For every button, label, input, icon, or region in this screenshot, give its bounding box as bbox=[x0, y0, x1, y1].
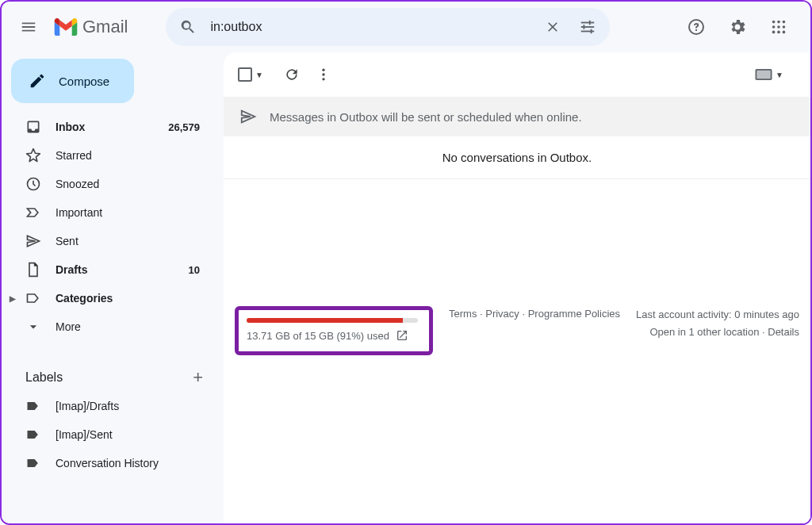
labels-header: Labels + bbox=[8, 363, 214, 392]
svg-rect-0 bbox=[581, 22, 595, 24]
activity-info: Last account activity: 0 minutes ago Ope… bbox=[636, 306, 799, 341]
tune-icon bbox=[579, 18, 596, 36]
select-all-button[interactable]: ▼ bbox=[238, 67, 263, 82]
nav-label: Sent bbox=[56, 235, 200, 247]
svg-point-14 bbox=[783, 31, 786, 34]
terms-link[interactable]: Terms bbox=[449, 308, 477, 320]
svg-point-17 bbox=[322, 73, 324, 75]
send-icon bbox=[25, 233, 41, 249]
apps-grid-icon bbox=[770, 18, 787, 36]
chevron-down-icon bbox=[25, 319, 41, 335]
label-icon bbox=[25, 398, 41, 414]
send-icon bbox=[239, 108, 257, 125]
storage-text: 13.71 GB of 15 GB (91%) used bbox=[247, 330, 389, 342]
svg-rect-5 bbox=[591, 29, 592, 34]
nav-label: Important bbox=[56, 206, 200, 219]
svg-point-16 bbox=[322, 69, 324, 71]
inbox-icon bbox=[25, 119, 41, 135]
caret-down-icon: ▼ bbox=[255, 71, 263, 79]
nav-sent[interactable]: Sent bbox=[8, 227, 214, 255]
nav-label: Snoozed bbox=[56, 178, 200, 190]
top-right-actions bbox=[677, 8, 798, 46]
svg-point-10 bbox=[777, 25, 780, 29]
main-panel: ▼ ▼ Messages in Outbox will be sent or s… bbox=[224, 52, 810, 523]
gmail-logo[interactable]: Gmail bbox=[54, 17, 128, 37]
label-text: Conversation History bbox=[56, 457, 200, 469]
main-menu-button[interactable] bbox=[10, 8, 48, 46]
svg-point-9 bbox=[772, 25, 776, 29]
keyboard-icon bbox=[755, 69, 772, 80]
nav-more[interactable]: More bbox=[8, 312, 214, 341]
label-item[interactable]: [Imap]/Sent bbox=[8, 420, 214, 449]
search-icon bbox=[179, 18, 197, 36]
activity-line1: Last account activity: 0 minutes ago bbox=[636, 306, 799, 324]
nav-snoozed[interactable]: Snoozed bbox=[8, 170, 214, 198]
body: Compose Inbox 26,579 Starred Snoozed Imp… bbox=[2, 52, 810, 523]
close-icon bbox=[545, 19, 561, 35]
refresh-button[interactable] bbox=[276, 59, 308, 90]
activity-line2: Open in 1 other location · bbox=[649, 326, 768, 338]
important-icon bbox=[25, 205, 41, 220]
label-text: [Imap]/Sent bbox=[56, 428, 200, 441]
banner-text: Messages in Outbox will be sent or sched… bbox=[270, 110, 582, 124]
more-vert-icon bbox=[316, 67, 331, 82]
storage-bar bbox=[247, 318, 418, 323]
refresh-icon bbox=[284, 67, 300, 82]
help-icon bbox=[687, 17, 706, 36]
nav-important[interactable]: Important bbox=[8, 198, 214, 227]
pencil-icon bbox=[29, 72, 46, 90]
label-item[interactable]: [Imap]/Drafts bbox=[8, 392, 214, 420]
storage-highlight: 13.71 GB of 15 GB (91%) used bbox=[235, 306, 433, 355]
storage-fill bbox=[247, 318, 403, 323]
label-icon bbox=[25, 455, 41, 471]
svg-point-12 bbox=[772, 31, 776, 34]
svg-point-6 bbox=[772, 21, 776, 24]
search-button[interactable] bbox=[170, 10, 205, 44]
label-item[interactable]: Conversation History bbox=[8, 449, 214, 477]
compose-label: Compose bbox=[59, 75, 109, 88]
nav-label: Drafts bbox=[56, 263, 174, 276]
labels-title: Labels bbox=[25, 370, 63, 385]
nav-starred[interactable]: Starred bbox=[8, 141, 214, 170]
more-menu-button[interactable] bbox=[308, 59, 339, 90]
search-options-button[interactable] bbox=[570, 10, 605, 44]
input-tools-button[interactable]: ▼ bbox=[755, 69, 783, 80]
nav-label: Categories bbox=[56, 292, 200, 305]
compose-button[interactable]: Compose bbox=[11, 59, 134, 103]
topbar: Gmail bbox=[2, 2, 810, 52]
open-in-new-icon[interactable] bbox=[396, 329, 408, 342]
apps-button[interactable] bbox=[760, 8, 798, 46]
search-bar[interactable] bbox=[166, 8, 610, 46]
svg-point-8 bbox=[783, 21, 786, 24]
gmail-icon bbox=[54, 18, 78, 36]
app-name: Gmail bbox=[82, 17, 128, 37]
svg-rect-20 bbox=[756, 71, 771, 79]
nav-label: Inbox bbox=[56, 121, 154, 133]
labels-list: [Imap]/Drafts [Imap]/Sent Conversation H… bbox=[8, 392, 214, 477]
footer-links: Terms · Privacy · Programme Policies bbox=[449, 306, 620, 323]
details-link[interactable]: Details bbox=[768, 326, 799, 338]
search-input[interactable] bbox=[205, 20, 535, 34]
nav-count: 10 bbox=[189, 264, 200, 276]
clock-icon bbox=[25, 176, 41, 192]
support-button[interactable] bbox=[677, 8, 715, 46]
checkbox-icon bbox=[238, 67, 252, 82]
draft-icon bbox=[25, 262, 41, 278]
footer: 13.71 GB of 15 GB (91%) used Terms · Pri… bbox=[224, 298, 810, 363]
sidebar: Compose Inbox 26,579 Starred Snoozed Imp… bbox=[2, 52, 224, 523]
svg-point-13 bbox=[777, 31, 780, 34]
nav-inbox[interactable]: Inbox 26,579 bbox=[8, 113, 214, 141]
nav-categories[interactable]: ▶ Categories bbox=[8, 284, 214, 312]
label-text: [Imap]/Drafts bbox=[56, 400, 200, 412]
hamburger-icon bbox=[20, 18, 37, 36]
policies-link[interactable]: Programme Policies bbox=[528, 308, 620, 320]
svg-point-11 bbox=[783, 25, 786, 29]
nav-list: Inbox 26,579 Starred Snoozed Important S… bbox=[8, 113, 214, 341]
add-label-button[interactable]: + bbox=[193, 367, 203, 388]
nav-drafts[interactable]: Drafts 10 bbox=[8, 255, 214, 284]
clear-search-button[interactable] bbox=[535, 10, 570, 44]
caret-right-icon: ▶ bbox=[10, 294, 16, 303]
privacy-link[interactable]: Privacy bbox=[485, 308, 519, 320]
svg-point-7 bbox=[777, 21, 780, 24]
settings-button[interactable] bbox=[718, 8, 756, 46]
